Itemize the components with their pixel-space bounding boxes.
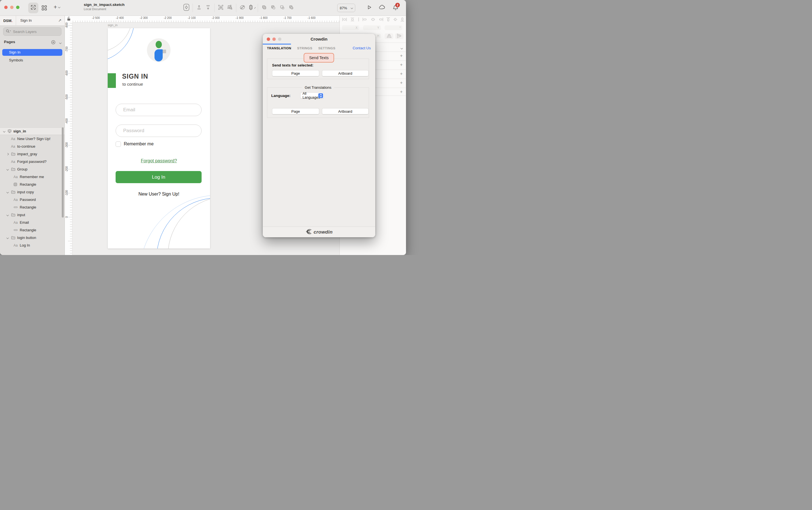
send-artboard-button[interactable]: Artboard — [322, 70, 369, 77]
collapse-section-button[interactable] — [401, 45, 403, 50]
layer-row-input[interactable]: input — [0, 211, 64, 219]
insert-menu[interactable]: + — [54, 4, 60, 10]
distribute-horizontally-icon[interactable] — [342, 18, 347, 23]
align-left-icon[interactable] — [362, 18, 367, 23]
add-style-button[interactable]: + — [400, 72, 403, 76]
add-style-button[interactable]: + — [400, 54, 403, 58]
move-backward-button[interactable] — [205, 4, 211, 11]
tidy-icon[interactable] — [358, 18, 359, 23]
ruler-tick — [331, 21, 332, 22]
layer-row-login-button[interactable]: login button — [0, 234, 64, 241]
zoom-dropdown[interactable]: 87% — [337, 4, 355, 12]
rotation-field[interactable]: ° — [384, 25, 402, 30]
sidebar-page-sign-in[interactable]: Sign In — [2, 49, 62, 56]
layer-row-rectangle[interactable]: Rectangle — [0, 204, 64, 211]
tab-strings[interactable]: STRINGS — [297, 47, 312, 50]
tab-settings[interactable]: SETTINGS — [318, 47, 336, 50]
layer-row-rectangle[interactable]: Rectangle — [0, 181, 64, 188]
language-select[interactable]: All Languages — [300, 92, 324, 99]
get-page-button[interactable]: Page — [272, 108, 319, 114]
flip-vertical-button[interactable] — [395, 33, 403, 39]
preview-button[interactable] — [367, 4, 372, 11]
cloud-button[interactable] — [379, 4, 386, 11]
grid-view-button[interactable] — [41, 5, 47, 11]
resize-artboard-button[interactable] — [248, 4, 255, 11]
transform-oval-button[interactable] — [239, 4, 246, 11]
external-link-icon[interactable]: ↗ — [58, 18, 61, 23]
layer-row-group[interactable]: Group — [0, 166, 64, 173]
chevron-right-icon[interactable] — [6, 153, 9, 155]
sidebar-page-symbols[interactable]: Symbols — [2, 57, 62, 64]
window-minimize-button[interactable] — [10, 6, 13, 9]
layer-label: Group — [17, 167, 27, 171]
contact-us-link[interactable]: Contact Us — [353, 46, 371, 50]
layer-row-sign-in[interactable]: sign_in — [0, 127, 64, 135]
chevron-down-icon[interactable] — [3, 130, 5, 132]
intersect-button[interactable] — [279, 4, 286, 11]
artboard-sign-in[interactable]: SIGN IN to continue Email Password Remem… — [108, 28, 210, 248]
distribute-vertically-icon[interactable] — [350, 18, 355, 23]
tab-translation[interactable]: TRANSLATION — [267, 47, 291, 50]
align-right-icon[interactable] — [378, 18, 383, 23]
forgot-password-link[interactable]: Forgot password? — [108, 158, 210, 163]
ruler-tick — [272, 21, 272, 22]
ruler-tick — [138, 21, 138, 22]
layer-row-impact-gray[interactable]: impact_gray — [0, 150, 64, 158]
canvas-view-toggle[interactable] — [28, 3, 38, 13]
ruler-tick — [231, 21, 231, 22]
ruler-tick — [70, 57, 72, 57]
search-input[interactable]: Search Layers — [3, 27, 61, 36]
chevron-down-icon[interactable] — [6, 168, 9, 170]
symbol-diamond-button[interactable] — [183, 4, 190, 11]
add-style-button[interactable]: + — [400, 81, 403, 85]
window-close-button[interactable] — [4, 6, 8, 9]
chevron-down-icon[interactable] — [6, 214, 9, 216]
layers-scrollbar[interactable] — [62, 127, 64, 217]
layer-row-new-user-sign-up-[interactable]: AaNew User? Sign Up! — [0, 135, 64, 143]
union-button[interactable] — [261, 4, 267, 11]
group-button[interactable] — [218, 4, 224, 11]
layer-row-password[interactable]: AaPassword — [0, 196, 64, 204]
move-forward-button[interactable] — [196, 4, 202, 11]
send-page-button[interactable]: Page — [272, 70, 319, 77]
send-texts-button[interactable]: Send Texts — [303, 53, 334, 63]
layer-row-remember-me[interactable]: AaRemember me — [0, 173, 64, 181]
layer-row-to-continue[interactable]: Aato-continue — [0, 143, 64, 150]
subtract-button[interactable] — [270, 4, 277, 11]
tab-dsm[interactable]: DSM. — [0, 16, 16, 26]
layer-row-rectangle[interactable]: Rectangle — [0, 226, 64, 234]
email-field[interactable]: Email — [116, 104, 202, 116]
remember-me-checkbox[interactable] — [116, 142, 121, 147]
window-zoom-button[interactable] — [16, 6, 20, 9]
layer-row-email[interactable]: AaEmail — [0, 219, 64, 226]
layer-row-input-copy[interactable]: input copy — [0, 188, 64, 196]
notifications-button[interactable]: 2 — [393, 4, 399, 12]
layer-label: Password — [20, 198, 36, 202]
layer-row-log-in[interactable]: AaLog In — [0, 241, 64, 249]
add-page-icon[interactable] — [51, 40, 56, 46]
x-field[interactable]: X — [342, 25, 359, 30]
signup-text[interactable]: New User? Sign Up! — [108, 191, 210, 197]
chevron-down-icon[interactable] — [6, 191, 9, 193]
y-field[interactable]: Y — [363, 25, 381, 30]
get-artboard-button[interactable]: Artboard — [322, 108, 369, 114]
ruler-h-label: -1 700 — [279, 16, 296, 20]
artboard-title[interactable]: sign_in — [108, 23, 118, 27]
chevron-down-icon[interactable] — [6, 236, 9, 239]
chevron-down-icon[interactable] — [59, 42, 61, 44]
align-middle-v-icon[interactable] — [393, 17, 398, 23]
ungroup-button[interactable] — [226, 4, 233, 11]
password-field[interactable]: Password — [116, 124, 202, 137]
layer-row-forgot-password-[interactable]: AaForgot password? — [0, 158, 64, 166]
add-style-button[interactable]: + — [400, 90, 403, 94]
align-center-h-icon[interactable] — [371, 18, 376, 23]
align-top-icon[interactable] — [386, 17, 390, 23]
ruler-tick — [70, 248, 72, 248]
tab-current-page[interactable]: Sign In — [20, 18, 32, 23]
align-bottom-icon[interactable] — [400, 17, 404, 23]
add-style-button[interactable]: + — [400, 63, 403, 67]
flip-horizontal-button[interactable] — [384, 33, 393, 39]
ruler-corner[interactable] — [65, 16, 72, 23]
login-button[interactable]: Log In — [116, 171, 202, 183]
difference-button[interactable] — [288, 4, 295, 11]
